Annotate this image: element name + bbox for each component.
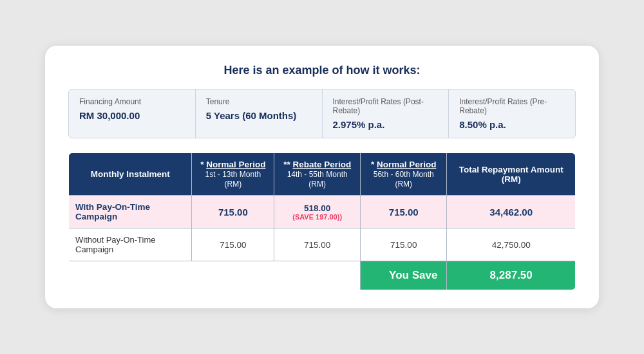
th-normal-period-1: * Normal Period 1st - 13th Month (RM) <box>192 153 274 196</box>
financing-label: Financing Amount <box>79 97 185 106</box>
info-bar: Financing Amount RM 30,000.00 Tenure 5 Y… <box>68 89 576 138</box>
post-rebate-label: Interest/Profit Rates (Post-Rebate) <box>333 97 439 115</box>
info-cell-financing: Financing Amount RM 30,000.00 <box>69 89 196 138</box>
with-col1-value: 715.00 <box>192 196 274 228</box>
without-col3-value: 715.00 <box>361 228 447 261</box>
without-col1-value: 715.00 <box>192 228 274 261</box>
row-with-campaign: With Pay-On-Time Campaign 715.00 518.00 … <box>69 196 576 228</box>
without-col2-value: 715.00 <box>274 228 361 261</box>
info-cell-pre-rebate: Interest/Profit Rates (Pre-Rebate) 8.50%… <box>449 89 575 138</box>
th-rebate-period: ** Rebate Period 14th - 55th Month (RM) <box>274 153 361 196</box>
save-text: (SAVE 197.00)) <box>281 213 354 221</box>
th-normal-period-2: * Normal Period 56th - 60th Month (RM) <box>361 153 447 196</box>
post-rebate-value: 2.975% p.a. <box>333 119 439 130</box>
without-campaign-label: Without Pay-On-Time Campaign <box>69 228 192 261</box>
info-cell-post-rebate: Interest/Profit Rates (Post-Rebate) 2.97… <box>323 89 450 138</box>
you-save-value: 8,287.50 <box>447 261 576 290</box>
without-col4-value: 42,750.00 <box>447 228 576 261</box>
info-cell-tenure: Tenure 5 Years (60 Months) <box>196 89 323 138</box>
main-card: Here is an example of how it works: Fina… <box>45 46 599 308</box>
main-table: Monthly Instalment * Normal Period 1st -… <box>68 153 576 290</box>
you-save-label: You Save <box>361 261 447 290</box>
row-without-campaign: Without Pay-On-Time Campaign 715.00 715.… <box>69 228 576 261</box>
with-col2-value: 518.00 (SAVE 197.00)) <box>274 196 361 228</box>
you-save-empty <box>69 261 361 290</box>
card-title: Here is an example of how it works: <box>68 64 576 77</box>
tenure-label: Tenure <box>206 97 312 106</box>
with-campaign-label: With Pay-On-Time Campaign <box>69 196 192 228</box>
with-col4-value: 34,462.00 <box>447 196 576 228</box>
th-total-repayment: Total Repayment Amount (RM) <box>447 153 576 196</box>
financing-value: RM 30,000.00 <box>79 110 185 121</box>
tenure-value: 5 Years (60 Months) <box>206 110 312 121</box>
you-save-row: You Save 8,287.50 <box>69 261 576 290</box>
pre-rebate-label: Interest/Profit Rates (Pre-Rebate) <box>459 97 565 115</box>
pre-rebate-value: 8.50% p.a. <box>459 119 565 130</box>
with-col3-value: 715.00 <box>361 196 447 228</box>
th-monthly-instalment: Monthly Instalment <box>69 153 192 196</box>
